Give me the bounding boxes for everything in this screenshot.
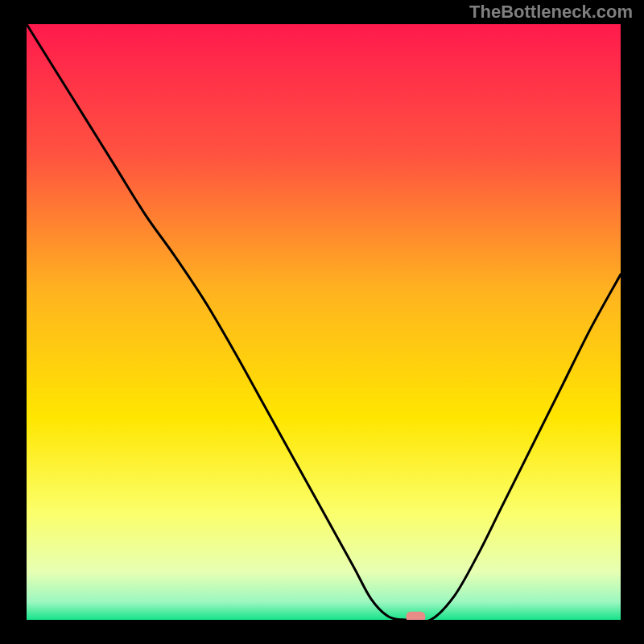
plot-area: [27, 24, 621, 620]
watermark-text: TheBottleneck.com: [469, 2, 633, 23]
minimum-marker: [406, 612, 425, 620]
chart-svg: [27, 24, 621, 620]
chart-frame: TheBottleneck.com: [0, 0, 644, 644]
gradient-background: [27, 24, 621, 620]
